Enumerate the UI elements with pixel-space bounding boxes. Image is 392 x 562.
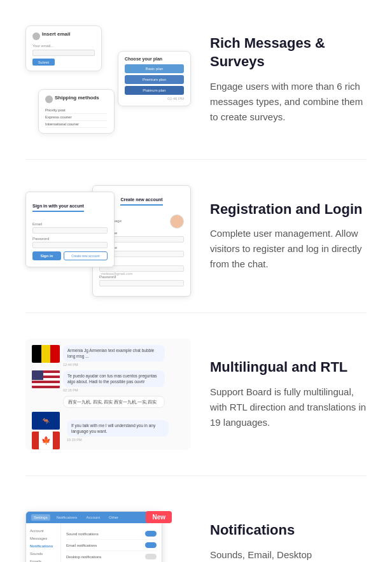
rich-messages-title: Rich Messages & Surveys: [210, 34, 367, 71]
rich-messages-description: Engage users with more than 6 rich messa…: [210, 79, 367, 125]
registration-text: Registration and Login Complete user man…: [210, 200, 367, 272]
shipping-card: Shipping methods Priority post Express c…: [38, 89, 115, 134]
timestamp: 02:46 PM: [125, 97, 184, 101]
email-placeholder: Your email...: [32, 44, 95, 48]
notif-row-email: Email notifications: [66, 540, 157, 551]
platinum-plan-btn[interactable]: Platinum plan: [125, 86, 184, 95]
shipping-option-2: Express courier: [45, 114, 108, 121]
profile-avatar: [170, 214, 184, 228]
desktop-toggle[interactable]: [145, 554, 157, 559]
flag-belgium: [32, 345, 60, 363]
notifications-text: Notifications Sounds, Email, Desktop Not…: [210, 521, 367, 562]
section-registration: Registration and Login Complete user man…: [0, 160, 392, 313]
sidebar-messages[interactable]: Messages: [30, 535, 57, 542]
tab-notifications[interactable]: Notifications: [54, 514, 80, 521]
multilingual-text: Multilingual and RTL Support Board is fu…: [210, 358, 367, 430]
notifications-content: Sound notifications Email notifications …: [61, 523, 162, 562]
notif-row-sound: Sound notifications: [66, 528, 157, 540]
email-label: Email: [32, 222, 108, 226]
chat-row-2: Te puedo ayudar con tus mas cuentos preg…: [32, 370, 185, 392]
timestamp-1: 12:44 PM: [63, 363, 185, 367]
rich-messages-text: Rich Messages & Surveys Engage users wit…: [210, 34, 367, 124]
email-card: Insert email Your email... Submit: [25, 25, 102, 71]
notif-row-desktop: Desktop notifications: [66, 551, 157, 562]
shipping-option-1: Priority post: [45, 107, 108, 114]
new-badge: New: [146, 511, 172, 523]
sidebar-notifications[interactable]: Notifications: [30, 542, 57, 550]
chat-bubble-2: Te puedo ayudar con tus mas cuentos preg…: [63, 370, 165, 387]
signin-card: Sign in with your accunt Email Password …: [25, 192, 115, 267]
sound-label: Sound notifications: [66, 532, 99, 536]
tab-other[interactable]: Other: [106, 514, 121, 521]
email-notif-label: Email notifications: [66, 544, 97, 547]
chat-bubble-3: 西安一九机, 四实, 四实 西安一九机,一实,四实: [63, 396, 165, 408]
premium-plan-btn[interactable]: Premium plan: [125, 75, 184, 84]
registration-description: Complete user management. Allow visitors…: [210, 226, 367, 272]
sidebar-emails[interactable]: Emails: [30, 558, 57, 562]
chat-row-3: 西安一九机, 四实, 四实 西安一九机,一实,四实: [32, 396, 185, 408]
sound-toggle[interactable]: [145, 531, 157, 537]
flag-usa: [32, 370, 60, 388]
desktop-label: Desktop notifications: [66, 555, 101, 559]
timestamp-3: 15:20 PM: [67, 438, 185, 442]
sidebar-account[interactable]: Account: [30, 527, 57, 535]
chat-row-4: 🦘 🍁 If you talk with me I will understan…: [32, 412, 185, 449]
flag-australia: 🦘: [32, 412, 60, 430]
password-input-2[interactable]: [99, 280, 184, 286]
notifications-screen: Settings Notifications Account Other Acc…: [25, 511, 162, 562]
chat-bubble-1: Armenia Jg Armenian text example chat bu…: [63, 345, 165, 362]
signin-button[interactable]: Sign in: [32, 251, 61, 260]
notifications-sidebar: Account Messages Notifications Sounds Em…: [26, 523, 61, 562]
submit-btn[interactable]: Submit: [32, 59, 55, 66]
notifications-description: Sounds, Email, Desktop Notifications, Fl…: [210, 547, 367, 562]
notifications-topbar: Settings Notifications Account Other: [26, 512, 162, 523]
create-header: Create new account: [120, 197, 162, 206]
registration-image: Sign in with your accunt Email Password …: [25, 185, 191, 287]
timestamp-2: 02:16 PM: [63, 388, 185, 392]
registration-title: Registration and Login: [210, 200, 367, 219]
notifications-image: New Settings Notifications Account Other…: [25, 502, 191, 562]
rich-messages-image: Insert email Your email... Submit Choose…: [25, 25, 191, 134]
email-input[interactable]: [32, 227, 108, 234]
multilingual-image: Armenia Jg Armenian text example chat bu…: [25, 339, 191, 450]
shipping-option-3: International courier: [45, 121, 108, 128]
chat-row-1: Armenia Jg Armenian text example chat bu…: [32, 345, 185, 367]
basic-plan-btn[interactable]: Basic plan: [125, 64, 184, 73]
plan-card: Choose your plan Basic plan Premium plan…: [118, 51, 191, 106]
section-notifications: Notifications Sounds, Email, Desktop Not…: [0, 476, 392, 562]
tab-settings[interactable]: Settings: [31, 514, 50, 521]
shipping-title: Shipping methods: [55, 95, 99, 101]
flag-canada: 🍁: [32, 432, 60, 449]
section-multilingual: Armenia Jg Armenian text example chat bu…: [0, 313, 392, 475]
choose-plan-label: Choose your plan: [125, 57, 184, 61]
sidebar-sounds[interactable]: Sounds: [30, 550, 57, 558]
signin-header: Sign in with your accunt: [32, 204, 84, 212]
password-label: Password: [32, 237, 108, 241]
multilingual-description: Support Board is fully multilingual, wit…: [210, 384, 367, 430]
chat-bubble-4: If you talk with me I will understand yo…: [67, 420, 169, 437]
password-label-2: Password: [99, 275, 184, 279]
create-account-button[interactable]: Create new account: [64, 251, 108, 260]
multilingual-title: Multilingual and RTL: [210, 358, 367, 377]
tab-account[interactable]: Account: [83, 514, 102, 521]
insert-email-label: Insert email: [42, 31, 70, 37]
email-toggle[interactable]: [145, 542, 157, 548]
notifications-body: Account Messages Notifications Sounds Em…: [26, 523, 162, 562]
notifications-title: Notifications: [210, 521, 367, 540]
password-input[interactable]: [32, 242, 108, 248]
section-rich-messages: Insert email Your email... Submit Choose…: [0, 0, 392, 159]
